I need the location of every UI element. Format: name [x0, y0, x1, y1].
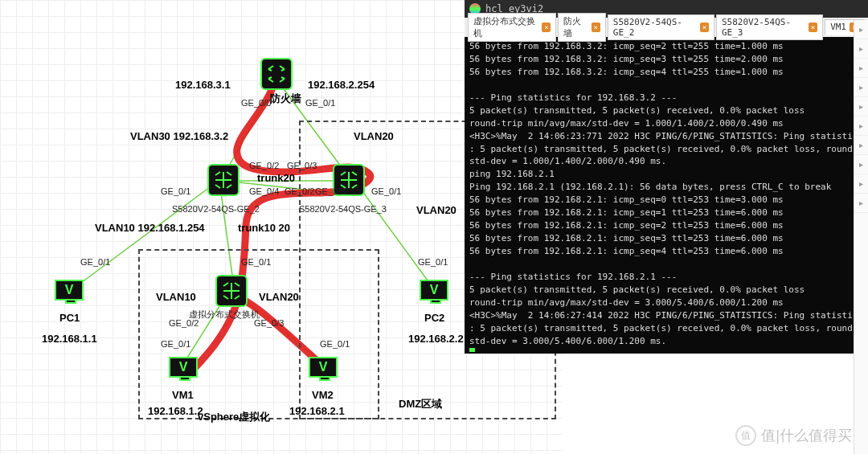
vlan10b-label: VLAN10: [156, 291, 196, 303]
firewall-name: 防火墙: [270, 92, 301, 106]
port-vm1-g01: GE_0/1: [161, 339, 190, 349]
trunk1020-label: trunk10 20: [238, 222, 290, 234]
dvs-name: 虚拟分布式交换机: [189, 309, 260, 321]
port-sw3-g03: GE_0/3: [315, 186, 345, 196]
device-dvs[interactable]: [215, 275, 248, 307]
tab-sw3[interactable]: S5820V2-54QS-GE_3×: [716, 14, 823, 40]
pc-icon: V: [309, 357, 341, 386]
port-sw3-g02: GE_0/2: [285, 186, 314, 196]
pc-icon: V: [169, 357, 201, 386]
vm1-name: VM1: [172, 389, 194, 401]
port-sw2-g01: GE_0/1: [161, 186, 190, 196]
port-dvs-g01: GE_0/1: [241, 257, 271, 267]
pc1-ip: 192.168.1.1: [42, 333, 97, 345]
port-fw-g00: GE_0/0: [241, 98, 271, 108]
zone-vsphere-label: vSphere虚拟化: [198, 410, 270, 424]
outline-panel: ▸▸▸▸▸▸▸▸▸▸: [854, 20, 868, 454]
watermark: 值值|什么值得买: [735, 425, 852, 446]
terminal-output[interactable]: 56 bytes from 192.168.3.2: icmp_seq=2 tt…: [465, 37, 868, 352]
device-vm2[interactable]: V VM2: [309, 357, 341, 386]
close-icon[interactable]: ×: [809, 22, 817, 32]
terminal-window: hcl_ey3vi2 虚拟分布式交换机× 防火墙× S5820V2-54QS-G…: [465, 0, 868, 354]
device-sw2[interactable]: [207, 164, 240, 196]
tab-sw2[interactable]: S5820V2-54QS-GE_2×: [608, 14, 714, 40]
port-sw3-g01: GE_0/1: [371, 186, 401, 196]
zone-dmz-label: DMZ区域: [399, 397, 442, 411]
port-sw2-g04: GE_0/4: [249, 186, 279, 196]
sw3-name: S5820V2-54QS-GE_3: [299, 204, 387, 214]
pc2-name: PC2: [424, 312, 444, 324]
pc-icon: V: [420, 280, 452, 309]
device-firewall[interactable]: 防火墙: [260, 58, 293, 90]
vm2-name: VM2: [312, 389, 334, 401]
switch-icon: [215, 275, 248, 307]
firewall-ip-left: 192.168.3.1: [175, 79, 231, 91]
vlan20-label-b: VLAN20: [416, 204, 457, 216]
switch-icon: [207, 164, 240, 196]
close-icon[interactable]: ×: [542, 22, 551, 32]
port-dvs-g03: GE_0/3: [254, 318, 284, 328]
vlan20c-label: VLAN20: [259, 291, 299, 303]
port-sw2-g03: GE_0/3: [287, 161, 317, 170]
close-icon[interactable]: ×: [700, 22, 709, 32]
port-vm2-g01: GE_0/1: [320, 339, 350, 349]
tab-dvs[interactable]: 虚拟分布式交换机×: [468, 13, 556, 42]
port-fw-g01: GE_0/1: [305, 98, 335, 108]
vlan10-label: VLAN10 192.168.1.254: [95, 222, 205, 234]
close-icon[interactable]: ×: [592, 22, 600, 32]
port-dvs-g02: GE_0/2: [169, 318, 199, 328]
port-pc2-g01: GE_0/1: [418, 257, 448, 267]
device-vm1[interactable]: V VM1: [169, 357, 201, 386]
vm2-ip: 192.168.2.1: [289, 405, 345, 417]
vm1-ip: 192.168.1.2: [148, 405, 203, 417]
firewall-ip-right: 192.168.2.254: [308, 79, 375, 91]
pc-icon: V: [55, 280, 87, 309]
device-pc2[interactable]: V PC2: [420, 280, 452, 309]
port-pc1-g01: GE_0/1: [80, 257, 110, 267]
pc2-ip: 192.168.2.2: [408, 333, 464, 345]
port-sw2-g02: GE_0/2: [249, 161, 279, 170]
trunk20-label: trunk20: [257, 172, 295, 184]
vlan20-label-a: VLAN20: [354, 130, 394, 142]
sw2-name: S5820V2-54QS-GE_2: [172, 204, 260, 214]
tab-firewall[interactable]: 防火墙×: [558, 13, 605, 42]
pc1-name: PC1: [59, 312, 80, 324]
terminal-tabs: 虚拟分布式交换机× 防火墙× S5820V2-54QS-GE_2× S5820V…: [465, 18, 868, 37]
firewall-icon: [260, 58, 293, 90]
vlan30-label: VLAN30 192.168.3.2: [130, 130, 228, 142]
device-pc1[interactable]: V PC1: [55, 280, 87, 309]
